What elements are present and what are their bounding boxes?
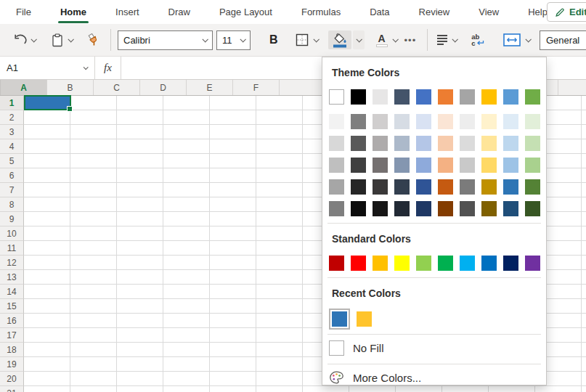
theme-color-swatch[interactable] — [373, 114, 388, 129]
grid-cell[interactable] — [163, 96, 210, 110]
grid-cell[interactable] — [210, 241, 256, 256]
theme-color-swatch[interactable] — [460, 179, 475, 195]
theme-color-swatch[interactable] — [525, 89, 540, 105]
grid-cell[interactable] — [70, 197, 117, 212]
grid-cell[interactable] — [442, 386, 489, 392]
font-name-select[interactable]: Calibri — [118, 30, 213, 50]
grid-cell[interactable] — [210, 256, 256, 270]
standard-color-swatch[interactable] — [460, 256, 475, 271]
grid-cell[interactable] — [582, 285, 586, 299]
grid-cell[interactable] — [582, 256, 586, 270]
grid-cell[interactable] — [24, 183, 70, 197]
row-header-1[interactable]: 1 — [0, 96, 24, 110]
theme-color-swatch[interactable] — [351, 158, 366, 173]
grid-cell[interactable] — [24, 285, 70, 299]
grid-cell[interactable] — [256, 154, 303, 168]
theme-color-swatch[interactable] — [438, 179, 453, 195]
row-header-5[interactable]: 5 — [0, 154, 24, 168]
grid-cell[interactable] — [117, 386, 163, 392]
row-header-15[interactable]: 15 — [0, 299, 24, 314]
grid-cell[interactable] — [70, 299, 117, 314]
grid-cell[interactable] — [210, 299, 256, 314]
grid-cell[interactable] — [210, 270, 256, 285]
theme-color-swatch[interactable] — [438, 89, 453, 105]
menu-tab-page-layout[interactable]: Page Layout — [205, 0, 287, 24]
grid-cell[interactable] — [117, 125, 163, 139]
grid-cell[interactable] — [117, 96, 163, 110]
grid-cell[interactable] — [210, 328, 256, 343]
grid-cell[interactable] — [210, 197, 256, 212]
recent-color-swatch[interactable] — [357, 311, 372, 327]
standard-color-swatch[interactable] — [438, 256, 453, 271]
theme-color-swatch[interactable] — [438, 136, 453, 151]
grid-cell[interactable] — [396, 386, 442, 392]
chevron-down-icon[interactable] — [392, 36, 398, 42]
theme-color-swatch[interactable] — [416, 158, 431, 173]
grid-cell[interactable] — [582, 139, 586, 154]
grid-cell[interactable] — [582, 96, 586, 110]
row-header-9[interactable]: 9 — [0, 212, 24, 226]
theme-color-swatch[interactable] — [460, 158, 475, 173]
grid-cell[interactable] — [210, 96, 256, 110]
column-header-D[interactable]: D — [140, 80, 187, 95]
grid-cell[interactable] — [582, 110, 586, 125]
theme-color-swatch[interactable] — [525, 136, 540, 151]
standard-color-swatch[interactable] — [481, 256, 497, 271]
theme-color-swatch[interactable] — [525, 179, 540, 195]
menu-tab-data[interactable]: Data — [355, 0, 404, 24]
grid-cell[interactable] — [163, 154, 210, 168]
theme-color-swatch[interactable] — [438, 114, 453, 129]
grid-cell[interactable] — [582, 154, 586, 168]
theme-color-swatch[interactable] — [416, 179, 431, 195]
theme-color-swatch[interactable] — [329, 179, 344, 195]
grid-cell[interactable] — [24, 125, 70, 139]
grid-cell[interactable] — [24, 314, 70, 328]
grid-cell[interactable] — [303, 386, 349, 392]
row-header-10[interactable]: 10 — [0, 226, 24, 241]
grid-cell[interactable] — [70, 386, 117, 392]
row-header-11[interactable]: 11 — [0, 241, 24, 256]
grid-cell[interactable] — [489, 386, 535, 392]
theme-color-swatch[interactable] — [394, 179, 410, 195]
standard-color-swatch[interactable] — [329, 256, 344, 271]
standard-color-swatch[interactable] — [416, 256, 431, 271]
theme-color-swatch[interactable] — [481, 89, 497, 105]
grid-cell[interactable] — [582, 168, 586, 183]
chevron-down-icon[interactable] — [30, 36, 36, 42]
theme-color-swatch[interactable] — [460, 114, 475, 129]
grid-cell[interactable] — [582, 299, 586, 314]
grid-cell[interactable] — [256, 299, 303, 314]
grid-cell[interactable] — [70, 343, 117, 357]
grid-cell[interactable] — [582, 226, 586, 241]
column-header-C[interactable]: C — [94, 80, 140, 95]
grid-cell[interactable] — [582, 125, 586, 139]
theme-color-swatch[interactable] — [438, 201, 453, 216]
grid-cell[interactable] — [163, 270, 210, 285]
grid-cell[interactable] — [24, 357, 70, 372]
grid-cell[interactable] — [582, 183, 586, 197]
grid-cell[interactable] — [163, 314, 210, 328]
grid-cell[interactable] — [210, 314, 256, 328]
theme-color-swatch[interactable] — [351, 136, 366, 151]
theme-color-swatch[interactable] — [525, 201, 540, 216]
grid-cell[interactable] — [163, 256, 210, 270]
row-header-7[interactable]: 7 — [0, 183, 24, 197]
editing-mode-button[interactable]: Editing — [547, 2, 586, 22]
toolbar-overflow-button[interactable]: ••• — [404, 35, 417, 46]
grid-cell[interactable] — [163, 285, 210, 299]
grid-cell[interactable] — [210, 226, 256, 241]
grid-cell[interactable] — [163, 212, 210, 226]
grid-cell[interactable] — [210, 343, 256, 357]
grid-cell[interactable] — [117, 226, 163, 241]
grid-cell[interactable] — [210, 285, 256, 299]
grid-cell[interactable] — [117, 139, 163, 154]
theme-color-swatch[interactable] — [481, 114, 497, 129]
theme-color-swatch[interactable] — [373, 89, 388, 105]
grid-cell[interactable] — [256, 328, 303, 343]
grid-cell[interactable] — [163, 357, 210, 372]
no-fill-option[interactable]: No Fill — [322, 335, 546, 362]
grid-cell[interactable] — [210, 139, 256, 154]
grid-cell[interactable] — [70, 285, 117, 299]
theme-color-swatch[interactable] — [503, 114, 518, 129]
grid-cell[interactable] — [163, 328, 210, 343]
